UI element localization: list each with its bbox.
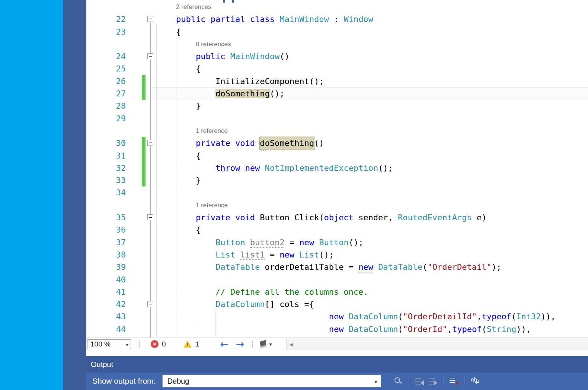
line-number[interactable]: 37 (112, 236, 126, 249)
line-number[interactable]: 44 (112, 323, 126, 335)
breakpoint-margin[interactable] (86, 236, 112, 249)
line-number[interactable]: 23 (112, 26, 126, 38)
code-text[interactable]: InitializeComponent(); (156, 75, 588, 87)
line-number[interactable]: 26 (112, 75, 126, 87)
word-wrap-icon[interactable] (470, 376, 480, 386)
code-text[interactable]: List list1 = new List(); (156, 249, 588, 261)
code-segment: DataColumn (215, 300, 265, 309)
next-message-icon[interactable] (428, 376, 438, 386)
line-number[interactable]: 38 (112, 249, 126, 261)
code-text[interactable]: new DataColumn("Product",typeof(String))… (156, 335, 588, 338)
code-text[interactable]: } (156, 174, 588, 186)
breakpoint-margin[interactable] (86, 75, 112, 87)
code-cleanup-button[interactable] (260, 341, 272, 348)
prev-message-icon[interactable] (414, 376, 425, 386)
code-text[interactable]: // Define all the columns once. (156, 286, 588, 298)
code-text[interactable]: doSomething(); (156, 87, 588, 100)
line-number[interactable]: 22 (112, 13, 126, 25)
code-text[interactable]: private void doSomething() (156, 137, 588, 149)
code-text[interactable]: public partial class MainWindow : Window (156, 13, 588, 25)
line-number[interactable]: 25 (112, 63, 126, 75)
line-number[interactable]: 27 (112, 87, 126, 100)
codelens-references-link[interactable]: 1 reference (156, 125, 588, 137)
breakpoint-margin[interactable] (86, 211, 112, 224)
warning-count-button[interactable]: 1 (183, 340, 199, 348)
code-text[interactable]: } (156, 100, 588, 112)
panel-splitter[interactable] (86, 350, 588, 356)
codelens-references-link[interactable]: 0 references (156, 38, 588, 50)
navigate-forward-icon[interactable] (236, 339, 245, 349)
line-number[interactable]: 35 (112, 211, 126, 224)
line-number[interactable]: 33 (112, 174, 126, 186)
breakpoint-margin[interactable] (86, 1, 112, 13)
code-text[interactable]: new DataColumn("OrderDetailId",typeof(In… (156, 310, 588, 323)
breakpoint-margin[interactable] (86, 186, 112, 199)
breakpoint-margin[interactable] (86, 274, 112, 286)
line-number[interactable]: 28 (112, 100, 126, 112)
breakpoint-margin[interactable] (86, 174, 112, 186)
output-panel-header[interactable]: Output (86, 356, 588, 373)
breakpoint-margin[interactable] (86, 100, 112, 112)
line-number[interactable]: 40 (112, 274, 126, 286)
horizontal-scrollbar[interactable] (287, 338, 588, 350)
collapse-toggle[interactable] (147, 53, 153, 59)
breakpoint-margin[interactable] (86, 261, 112, 273)
line-number[interactable]: 29 (112, 112, 126, 125)
breakpoint-margin[interactable] (86, 162, 112, 174)
codelens-references-link[interactable]: 2 references (156, 1, 588, 13)
line-number[interactable]: 45 (112, 335, 126, 338)
zoom-select[interactable]: 100 % (87, 339, 131, 349)
breakpoint-margin[interactable] (86, 125, 112, 137)
code-text[interactable]: Button button2 = new Button(); (156, 236, 588, 249)
breakpoint-margin[interactable] (86, 13, 112, 25)
find-message-icon[interactable] (393, 376, 403, 386)
line-number[interactable]: 31 (112, 150, 126, 162)
code-text[interactable]: { (156, 150, 588, 162)
collapse-toggle[interactable] (147, 301, 153, 307)
line-number[interactable]: 36 (112, 224, 126, 236)
breakpoint-margin[interactable] (86, 137, 112, 149)
breakpoint-margin[interactable] (86, 249, 112, 261)
breakpoint-margin[interactable] (86, 224, 112, 236)
breakpoint-margin[interactable] (86, 199, 112, 211)
breakpoint-margin[interactable] (86, 26, 112, 38)
breakpoint-margin[interactable] (86, 50, 112, 63)
breakpoint-margin[interactable] (86, 286, 112, 298)
breakpoint-margin[interactable] (86, 87, 112, 100)
breakpoint-margin[interactable] (86, 298, 112, 310)
line-number[interactable]: 30 (112, 137, 126, 149)
code-line: 42DataColumn[] cols ={ (86, 298, 588, 310)
line-number[interactable]: 43 (112, 310, 126, 323)
codelens-references-link[interactable]: 1 reference (156, 199, 588, 211)
line-number[interactable]: 42 (112, 298, 126, 310)
code-text[interactable]: { (156, 26, 588, 38)
error-count-button[interactable]: 0 (151, 340, 166, 348)
collapse-toggle[interactable] (147, 214, 153, 220)
breakpoint-margin[interactable] (86, 310, 112, 323)
breakpoint-margin[interactable] (86, 112, 112, 125)
navigate-back-icon[interactable] (220, 339, 229, 349)
breakpoint-margin[interactable] (86, 150, 112, 162)
line-number[interactable]: 34 (112, 186, 126, 199)
code-text[interactable]: DataTable orderDetailTable = new DataTab… (156, 261, 588, 273)
line-number[interactable]: 32 (112, 162, 126, 174)
code-text[interactable]: private void Button_Click(object sender,… (156, 211, 588, 224)
output-source-dropdown[interactable]: Debug (162, 375, 381, 387)
breakpoint-margin[interactable] (86, 335, 112, 338)
code-text[interactable]: new DataColumn("OrderId",typeof(String))… (156, 323, 588, 335)
breakpoint-margin[interactable] (86, 323, 112, 335)
line-number[interactable]: 24 (112, 50, 126, 63)
code-text[interactable]: { (156, 224, 588, 236)
collapse-toggle[interactable] (147, 140, 153, 146)
code-text[interactable]: DataColumn[] cols ={ (156, 298, 588, 310)
code-text[interactable]: throw new NotImplementedException(); (156, 162, 588, 174)
collapse-toggle[interactable] (147, 16, 153, 22)
clear-all-icon[interactable] (449, 376, 459, 386)
breakpoint-margin[interactable] (86, 63, 112, 75)
line-number[interactable]: 39 (112, 261, 126, 273)
code-text[interactable]: { (156, 63, 588, 75)
code-text[interactable]: public MainWindow() (156, 50, 588, 63)
breakpoint-margin[interactable] (86, 38, 112, 50)
scrollbar-left-arrow-icon[interactable] (289, 341, 293, 348)
line-number[interactable]: 41 (112, 286, 126, 298)
